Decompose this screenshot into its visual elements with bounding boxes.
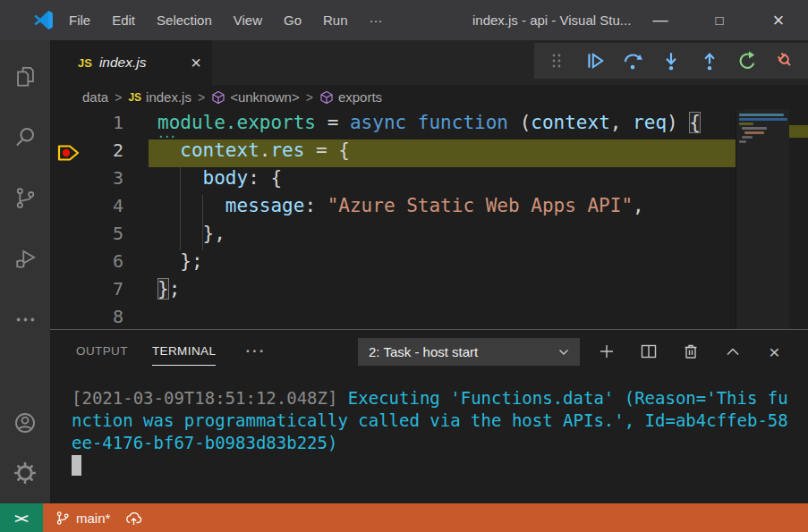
editor-group: JS index.js ×: [50, 40, 808, 503]
terminal-text: [2021-03-09T18:51:12.048Z]: [72, 388, 348, 408]
accounts-icon[interactable]: [0, 398, 50, 448]
code-editor[interactable]: 12345678 ··· module.exports = async func…: [50, 109, 808, 329]
minimap-line: [739, 114, 784, 116]
line-number[interactable]: 4: [50, 195, 140, 223]
menu-item[interactable]: ···: [359, 0, 394, 40]
debug-step-over-icon[interactable]: [621, 49, 644, 72]
minimap-line: [739, 122, 753, 125]
code-line[interactable]: context.res = {: [149, 139, 736, 167]
more-views-icon[interactable]: [0, 294, 50, 344]
maximize-button[interactable]: □: [690, 0, 749, 40]
tab-output[interactable]: OUTPUT: [76, 330, 128, 373]
menu-bar: FileEditSelectionViewGoRun···: [58, 0, 394, 40]
terminal-text: Executing 'Functions.data' (Reason='This…: [348, 388, 788, 408]
close-panel-icon[interactable]: ×: [765, 342, 784, 361]
line-number[interactable]: 6: [50, 250, 140, 278]
code-line[interactable]: message: "Azure Static Web Apps API",: [157, 195, 736, 223]
line-number[interactable]: 1: [50, 112, 140, 139]
code-token: message: [225, 195, 305, 216]
breadcrumb-separator: >: [300, 90, 319, 105]
run-and-debug-icon[interactable]: [0, 233, 50, 283]
bottom-panel: OUTPUT TERMINAL ··· 2: Task - host start: [50, 329, 808, 503]
overview-ruler[interactable]: [789, 109, 808, 329]
code-token: ,: [633, 195, 644, 216]
kill-terminal-icon[interactable]: [681, 342, 700, 361]
menu-item[interactable]: Edit: [101, 0, 146, 40]
terminal-line[interactable]: ee-4176-bf67-b0983d83b225): [72, 432, 801, 454]
terminal-picker-dropdown[interactable]: 2: Task - host start: [358, 338, 580, 366]
breadcrumb-item-data[interactable]: data: [82, 89, 108, 105]
status-bar: >< main*: [0, 503, 808, 532]
settings-gear-icon[interactable]: [0, 448, 50, 498]
source-control-icon[interactable]: [0, 173, 50, 223]
code-token: [406, 112, 418, 133]
code-token: {: [689, 112, 701, 133]
breadcrumb-item-file[interactable]: JS index.js: [128, 89, 191, 105]
explorer-icon[interactable]: [0, 51, 50, 101]
remote-indicator[interactable]: ><: [0, 503, 43, 532]
tab-close-icon[interactable]: ×: [191, 54, 201, 72]
split-terminal-icon[interactable]: [639, 342, 658, 361]
namespace-symbol-icon: [319, 90, 334, 105]
code-line[interactable]: module.exports = async function (context…: [157, 112, 736, 139]
code-token: },: [157, 223, 225, 244]
indent-guide: [202, 195, 203, 250]
menu-item[interactable]: Selection: [146, 0, 223, 40]
tab-index-js[interactable]: JS index.js ×: [50, 40, 212, 85]
close-window-button[interactable]: ×: [749, 0, 808, 40]
menu-item[interactable]: File: [58, 0, 101, 40]
breadcrumb-item-unknown[interactable]: <unknown>: [211, 89, 300, 105]
minimize-button[interactable]: —: [631, 0, 690, 40]
terminal-line[interactable]: nction was programmatically called via t…: [72, 410, 801, 432]
new-terminal-icon[interactable]: [597, 342, 616, 361]
terminal-text: ee-4176-bf67-b0983d83b225): [72, 433, 337, 452]
breadcrumb: data > JS index.js > <unknown> > exports: [50, 85, 808, 109]
line-number[interactable]: 8: [50, 306, 140, 329]
code-token: function: [418, 112, 508, 133]
git-branch-icon: [55, 511, 71, 526]
debug-continue-icon[interactable]: [583, 49, 607, 72]
tab-terminal[interactable]: TERMINAL: [152, 330, 216, 373]
menu-item[interactable]: Go: [273, 0, 312, 40]
cloud-upload-icon: [124, 511, 143, 526]
toolbar-drag-handle[interactable]: [545, 49, 568, 72]
code-line[interactable]: };: [157, 250, 736, 278]
line-number[interactable]: 5: [50, 223, 140, 250]
tab-bar: JS index.js ×: [50, 40, 808, 85]
panel-actions: ×: [597, 330, 784, 373]
menu-item[interactable]: View: [223, 0, 273, 40]
vscode-window: FileEditSelectionViewGoRun··· index.js -…: [0, 0, 808, 532]
code-token: body: [203, 167, 249, 189]
javascript-file-icon: JS: [78, 56, 92, 70]
minimap[interactable]: [736, 109, 789, 329]
terminal-text: nction was programmatically called via t…: [72, 410, 788, 430]
code-token: =: [316, 112, 350, 133]
line-number[interactable]: 7: [50, 278, 140, 306]
code-token: req: [633, 112, 667, 133]
vscode-logo-icon: [32, 9, 55, 31]
window-controls: — □ ×: [631, 0, 808, 40]
minimap-line: [742, 127, 767, 130]
maximize-panel-icon[interactable]: [723, 342, 742, 361]
code-line[interactable]: };: [157, 278, 736, 306]
code-line[interactable]: },: [157, 223, 736, 250]
code-token: };: [157, 250, 203, 272]
debug-restart-icon[interactable]: [736, 49, 759, 72]
menu-item[interactable]: Run: [312, 0, 359, 40]
code-line[interactable]: [157, 306, 736, 329]
search-icon[interactable]: [0, 112, 50, 162]
line-number[interactable]: 3: [50, 167, 140, 195]
code-content: ··· module.exports = async function (con…: [157, 112, 736, 329]
publish-changes-button[interactable]: [124, 511, 143, 526]
breadcrumb-item-exports[interactable]: exports: [319, 89, 382, 105]
debug-step-out-icon[interactable]: [698, 49, 721, 72]
panel-more-actions[interactable]: ···: [245, 342, 266, 360]
branch-name: main*: [76, 511, 110, 526]
breadcrumb-separator: >: [108, 90, 128, 105]
current-line-breakpoint-icon[interactable]: [56, 143, 81, 163]
debug-disconnect-icon[interactable]: [774, 49, 797, 72]
code-line[interactable]: body: {: [157, 167, 736, 195]
git-branch-item[interactable]: main*: [55, 511, 110, 526]
terminal-line[interactable]: [2021-03-09T18:51:12.048Z] Executing 'Fu…: [72, 387, 801, 410]
debug-step-into-icon[interactable]: [659, 49, 683, 72]
